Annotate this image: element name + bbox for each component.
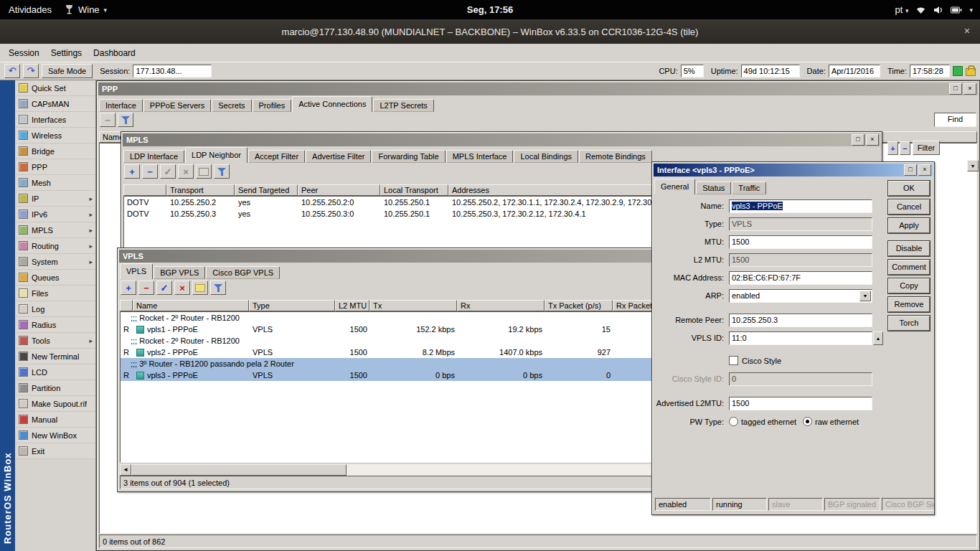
close-button[interactable]: × [866, 134, 879, 146]
window-titlebar[interactable]: marcio@177.130.48.90 (MUNDIALNET – BACKB… [0, 19, 980, 44]
sidebar-item-ipv6[interactable]: IPv6▸ [15, 207, 95, 222]
arp-dropdown-button[interactable]: ▼ [859, 291, 871, 301]
mpls-window-titlebar[interactable]: MPLS □ × [123, 133, 880, 146]
column-header-tx[interactable]: Tx [369, 300, 457, 311]
tab-remote-bindings[interactable]: Remote Bindings [579, 150, 652, 163]
filter-button[interactable] [214, 164, 230, 179]
window-close-button[interactable]: × [964, 25, 970, 37]
menu-dashboard[interactable]: Dashboard [88, 46, 141, 60]
menu-settings[interactable]: Settings [45, 46, 88, 60]
sidebar-item-exit[interactable]: Exit [15, 443, 95, 459]
sidebar-item-ip[interactable]: IP▸ [15, 191, 95, 207]
column-header-local-transport[interactable]: Local Transport [380, 184, 448, 196]
close-button[interactable]: × [963, 83, 976, 95]
sidebar-item-routing[interactable]: Routing▸ [15, 238, 95, 254]
sidebar-item-log[interactable]: Log [15, 301, 95, 317]
sidebar-item-partition[interactable]: Partition [15, 380, 95, 396]
sidebar-item-lcd[interactable]: LCD [15, 364, 95, 380]
sidebar-item-manual[interactable]: Manual [15, 412, 95, 428]
tab-profiles[interactable]: Profiles [253, 99, 292, 112]
disable-button[interactable]: × [178, 164, 194, 179]
sidebar-item-capsman[interactable]: CAPsMAN [15, 96, 95, 112]
remote-peer-input[interactable]: 10.255.250.3 [729, 314, 872, 327]
column-header-transport[interactable]: Transport [166, 184, 235, 196]
sidebar-item-new-terminal[interactable]: New Terminal [15, 349, 95, 364]
tab-forwarding-table[interactable]: Forwarding Table [372, 150, 445, 163]
column-header-flags[interactable] [120, 300, 133, 311]
ok-button[interactable]: OK [888, 181, 930, 196]
find-box[interactable]: Find [934, 113, 976, 127]
cisco-style-checkbox-row[interactable]: Cisco Style [729, 356, 781, 365]
tab-ldp-interface[interactable]: LDP Interface [123, 150, 184, 163]
vpls-id-up-button[interactable]: ▲ [873, 331, 883, 345]
add-button[interactable]: + [124, 164, 140, 179]
tab-accept-filter[interactable]: Accept Filter [248, 150, 305, 163]
remove-button[interactable]: − [138, 281, 154, 295]
sidebar-item-mesh[interactable]: Mesh [15, 175, 95, 191]
apply-button[interactable]: Apply [888, 218, 930, 233]
comment-button[interactable] [196, 164, 212, 179]
hidden-add-button[interactable]: + [887, 141, 898, 155]
remove-button[interactable]: Remove [888, 297, 930, 312]
session-input[interactable]: 177.130.48... [133, 65, 212, 77]
sidebar-item-system[interactable]: System▸ [15, 254, 95, 270]
scroll-left-button[interactable]: ◄ [120, 464, 131, 476]
redo-button[interactable]: ↷ [23, 64, 39, 78]
remove-button[interactable]: − [142, 164, 158, 179]
tab-bgp-vpls[interactable]: BGP VPLS [154, 266, 205, 279]
undo-button[interactable]: ↶ [4, 64, 20, 78]
sidebar-item-quick-set[interactable]: Quick Set [15, 80, 95, 96]
column-header-send-targeted[interactable]: Send Targeted [235, 184, 298, 196]
sidebar-item-mpls[interactable]: MPLS▸ [15, 222, 95, 238]
column-header-tx-packet[interactable]: Tx Packet (p/s) [545, 300, 613, 311]
safe-mode-button[interactable]: Safe Mode [42, 64, 93, 78]
maximize-button[interactable]: □ [852, 134, 864, 146]
tab-mpls-interface[interactable]: MPLS Interface [446, 150, 514, 163]
sidebar-item-make-supout[interactable]: Make Supout.rif [15, 396, 95, 412]
advertised-l2mtu-input[interactable]: 1500 [729, 397, 872, 410]
tab-traffic[interactable]: Traffic [732, 182, 766, 194]
tab-ldp-neighbor[interactable]: LDP Neighbor [185, 147, 248, 163]
hidden-dropdown-button[interactable]: ▼ [967, 160, 979, 171]
filter-button[interactable] [210, 281, 226, 295]
filter-button[interactable] [118, 113, 133, 127]
column-header-type[interactable]: Type [249, 300, 335, 311]
menu-session[interactable]: Session [3, 46, 45, 60]
sidebar-item-radius[interactable]: Radius [15, 317, 95, 333]
tagged-ethernet-radio[interactable] [729, 417, 738, 426]
mtu-input[interactable]: 1500 [729, 235, 872, 249]
app-menu[interactable]: Wine ▾ [65, 4, 107, 15]
ppp-window-titlebar[interactable]: PPP □ × [98, 83, 978, 95]
tab-local-bindings[interactable]: Local Bindings [514, 150, 578, 163]
comment-button[interactable] [192, 281, 208, 295]
column-header-name[interactable]: Name [133, 300, 249, 311]
tab-active-connections[interactable]: Active Connections [292, 96, 372, 112]
maximize-button[interactable]: □ [904, 164, 917, 176]
activities-button[interactable]: Atividades [9, 4, 52, 15]
tab-general[interactable]: General [654, 179, 695, 194]
pw-type-raw-option[interactable]: raw ethernet [803, 415, 859, 429]
sidebar-item-bridge[interactable]: Bridge [15, 143, 95, 159]
tab-l2tp-secrets[interactable]: L2TP Secrets [373, 99, 433, 112]
sidebar-item-new-winbox[interactable]: New WinBox [15, 428, 95, 443]
copy-button[interactable]: Copy [888, 278, 930, 293]
clock[interactable]: Seg, 17:56 [467, 4, 513, 15]
hidden-filter-button[interactable]: Filter [913, 141, 940, 155]
torch-button[interactable]: Torch [888, 316, 930, 331]
tab-pppoe-servers[interactable]: PPPoE Servers [143, 99, 211, 112]
cancel-button[interactable]: Cancel [888, 199, 930, 215]
keyboard-layout[interactable]: pt ▾ [895, 4, 908, 15]
sidebar-item-queues[interactable]: Queues [15, 270, 95, 286]
cisco-style-checkbox[interactable] [729, 356, 738, 365]
hidden-remove-button[interactable]: − [900, 141, 910, 155]
disable-button[interactable]: Disable [888, 241, 930, 256]
tab-advertise-filter[interactable]: Advertise Filter [306, 150, 371, 163]
sidebar-item-wireless[interactable]: Wireless [15, 128, 95, 143]
tab-secrets[interactable]: Secrets [212, 99, 251, 112]
raw-ethernet-radio[interactable] [803, 417, 812, 426]
maximize-button[interactable]: □ [949, 83, 962, 95]
system-status-area[interactable]: pt ▾ ▾ [895, 4, 973, 15]
close-button[interactable]: × [918, 164, 931, 176]
comment-button[interactable]: Comment [888, 260, 930, 275]
tab-interface[interactable]: Interface [99, 99, 143, 112]
